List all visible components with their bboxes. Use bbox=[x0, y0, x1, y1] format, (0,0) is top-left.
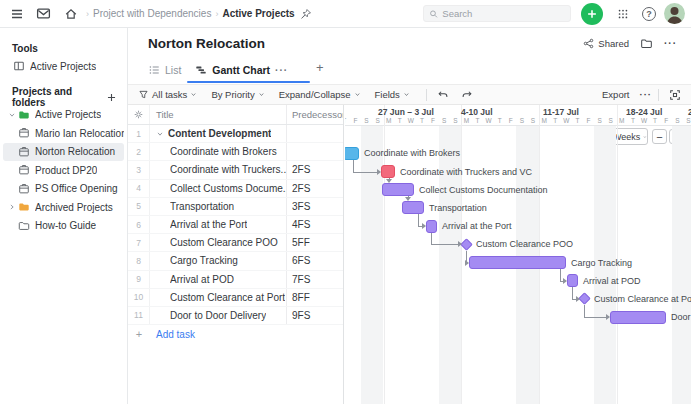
table-row[interactable]: 9Arrival at POD7FS bbox=[128, 271, 343, 289]
row-number: 5 bbox=[128, 198, 150, 215]
tab-options-icon[interactable]: ··· bbox=[275, 65, 288, 76]
table-row[interactable]: 6Arrival at the Port4FS bbox=[128, 216, 343, 234]
sidebar-item-product-dp20[interactable]: Product DP20 bbox=[3, 161, 124, 180]
pin-icon[interactable] bbox=[295, 4, 317, 24]
day-letter: S bbox=[529, 117, 537, 124]
gantt-bar-4[interactable] bbox=[382, 183, 414, 196]
more-options-icon[interactable]: ··· bbox=[664, 38, 677, 49]
sidebar-item-mario-ian-relocation[interactable]: Mario Ian Relocation bbox=[3, 124, 124, 143]
day-letter: W bbox=[562, 117, 570, 124]
task-title-cell: Custom Clearance at Port bbox=[150, 289, 287, 306]
table-row[interactable]: 3Coordinate with Truckers...2FS bbox=[128, 161, 343, 179]
tab-list[interactable]: List bbox=[148, 58, 181, 82]
day-letter: S bbox=[374, 117, 382, 124]
breadcrumb-parent[interactable]: Project with Dependencies bbox=[93, 8, 211, 19]
fields-dropdown[interactable]: Fields bbox=[375, 89, 410, 100]
add-project-button[interactable] bbox=[106, 92, 117, 103]
shared-button[interactable]: Shared bbox=[583, 38, 629, 49]
week-label: 18-24 Jul bbox=[626, 107, 662, 117]
chevron-right-icon[interactable] bbox=[6, 203, 17, 211]
gantt-icon bbox=[195, 64, 207, 76]
inbox-mail-icon[interactable] bbox=[32, 4, 54, 24]
table-row[interactable]: 2Coordinate with Brokers bbox=[128, 143, 343, 161]
by-priority-dropdown[interactable]: By Priority bbox=[211, 89, 264, 100]
table-row[interactable]: 1Content Development bbox=[128, 125, 343, 143]
table-row[interactable]: 4Collect Customs Docume...2FS bbox=[128, 180, 343, 198]
dependency-line bbox=[353, 172, 377, 173]
home-icon[interactable] bbox=[60, 4, 82, 24]
sidebar-item-label: Archived Projects bbox=[35, 202, 113, 213]
column-header-predecessors[interactable]: Predecessors bbox=[287, 105, 343, 124]
project-icon bbox=[17, 127, 31, 139]
column-header-title[interactable]: Title bbox=[150, 105, 287, 124]
sidebar-item-active-projects-tool[interactable]: Active Projects bbox=[0, 57, 127, 76]
project-tree: Active ProjectsMario Ian RelocationNorto… bbox=[0, 106, 127, 236]
chevron-down-icon[interactable] bbox=[6, 111, 17, 119]
filter-all-tasks-dropdown[interactable]: All tasks bbox=[138, 89, 197, 100]
table-row[interactable]: 7Custom Clearance POO5FF bbox=[128, 234, 343, 252]
gantt-bar-8[interactable] bbox=[469, 256, 566, 269]
task-table-panel: Title Predecessors 1Content Development2… bbox=[128, 105, 344, 404]
dependency-arrow bbox=[386, 179, 392, 183]
breadcrumb-current[interactable]: Active Projects bbox=[222, 8, 294, 19]
predecessors-cell: 4FS bbox=[287, 216, 343, 233]
gantt-bar-11[interactable] bbox=[610, 311, 666, 324]
undo-icon[interactable] bbox=[437, 89, 449, 101]
sidebar-item-active-projects[interactable]: Active Projects bbox=[3, 106, 124, 125]
task-title-cell: Coordinate with Truckers... bbox=[150, 161, 287, 178]
day-letter: T bbox=[496, 117, 504, 124]
table-settings-gear-icon[interactable] bbox=[128, 105, 150, 124]
topbar: › Project with Dependencies › Active Pro… bbox=[0, 0, 691, 28]
fullscreen-icon[interactable] bbox=[669, 89, 681, 101]
table-row[interactable]: 11Door to Door Delivery9FS bbox=[128, 307, 343, 325]
folder-button[interactable] bbox=[640, 37, 653, 50]
global-search[interactable] bbox=[423, 5, 571, 22]
gantt-bar-6[interactable] bbox=[426, 220, 437, 233]
help-icon[interactable]: ? bbox=[642, 7, 656, 21]
chevron-down-icon[interactable] bbox=[156, 130, 164, 138]
table-row[interactable]: 5Transportation3FS bbox=[128, 198, 343, 216]
user-avatar[interactable] bbox=[664, 3, 685, 24]
breadcrumb-separator: › bbox=[215, 9, 218, 19]
search-input[interactable] bbox=[438, 8, 565, 19]
sidebar-item-norton-relocation[interactable]: Norton Relocation bbox=[3, 143, 124, 162]
day-letter: S bbox=[684, 117, 691, 124]
gantt-bar-9[interactable] bbox=[567, 274, 578, 287]
day-letter: T bbox=[651, 117, 659, 124]
dependency-line bbox=[584, 317, 606, 318]
export-button[interactable]: Export bbox=[602, 89, 629, 100]
apps-grid-icon[interactable] bbox=[612, 4, 634, 24]
row-number: 6 bbox=[128, 216, 150, 233]
funnel-icon bbox=[138, 89, 149, 100]
gantt-bar-5[interactable] bbox=[402, 201, 424, 214]
day-letter: T bbox=[573, 117, 581, 124]
hamburger-menu-icon[interactable] bbox=[6, 4, 28, 24]
toolbar-more-icon[interactable]: ··· bbox=[640, 89, 653, 100]
create-new-button[interactable] bbox=[581, 3, 603, 25]
project-icon bbox=[17, 183, 31, 195]
expand-collapse-dropdown[interactable]: Expand/Collapse bbox=[279, 89, 361, 100]
table-row[interactable]: 10Custom Clearance at Port8FF bbox=[128, 289, 343, 307]
board-icon bbox=[12, 60, 26, 72]
sidebar-item-how-to-guide[interactable]: How-to Guide bbox=[3, 217, 124, 236]
gantt-bar-3[interactable] bbox=[381, 165, 395, 178]
task-title-cell: Custom Clearance POO bbox=[150, 234, 287, 251]
task-title-text: Coordinate with Truckers... bbox=[170, 164, 286, 175]
task-title-cell: Content Development bbox=[150, 125, 287, 142]
sidebar-item-archived-projects[interactable]: Archived Projects bbox=[3, 198, 124, 217]
sidebar-item-ps-office-opening[interactable]: PS Office Opening bbox=[3, 180, 124, 199]
day-letter: T bbox=[418, 117, 426, 124]
table-row[interactable]: 8Cargo Tracking6FS bbox=[128, 252, 343, 270]
dependency-arrow bbox=[576, 296, 580, 302]
zoom-out-button[interactable]: − bbox=[652, 129, 667, 144]
add-view-button[interactable]: + bbox=[316, 60, 324, 75]
tab-gantt-chart[interactable]: Gantt Chart ··· bbox=[195, 58, 288, 82]
gantt-bar-2[interactable] bbox=[345, 147, 359, 160]
dependency-arrow bbox=[563, 278, 567, 284]
week-gridline bbox=[539, 105, 540, 404]
add-task-row[interactable]: + Add task bbox=[128, 325, 343, 343]
redo-icon[interactable] bbox=[461, 89, 473, 101]
day-letter: S bbox=[451, 117, 459, 124]
day-letter: M bbox=[385, 117, 393, 124]
table-header: Title Predecessors bbox=[128, 105, 343, 125]
